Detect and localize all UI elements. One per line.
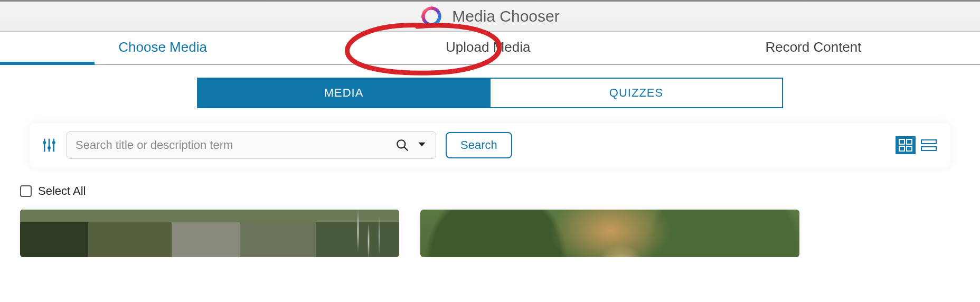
tab-record-content[interactable]: Record Content: [651, 32, 976, 64]
svg-rect-10: [899, 146, 904, 151]
media-card[interactable]: [420, 210, 799, 257]
tab-label: Record Content: [765, 39, 861, 55]
svg-line-7: [404, 147, 408, 150]
search-box: [67, 131, 436, 159]
sub-tab-media[interactable]: MEDIA: [197, 78, 491, 108]
svg-rect-11: [907, 146, 912, 151]
button-label: Search: [460, 138, 497, 152]
svg-point-5: [52, 141, 55, 144]
media-thumbnail: [420, 210, 799, 257]
select-all-checkbox[interactable]: [20, 185, 32, 197]
tab-label: Choose Media: [118, 39, 207, 55]
chevron-down-icon[interactable]: [417, 139, 427, 152]
filter-icon[interactable]: [41, 137, 57, 153]
grid-view-button[interactable]: [896, 136, 916, 154]
search-panel: Search: [30, 123, 950, 167]
media-card[interactable]: [20, 210, 399, 257]
sub-tab-quizzes[interactable]: QUIZZES: [491, 78, 783, 108]
sub-tab-label: QUIZZES: [609, 86, 663, 99]
media-thumbnail: [20, 210, 399, 257]
select-all-row: Select All: [20, 184, 980, 198]
svg-point-4: [48, 146, 51, 149]
svg-rect-13: [921, 147, 936, 150]
tab-upload-media[interactable]: Upload Media: [325, 32, 651, 64]
search-icon[interactable]: [395, 138, 409, 152]
svg-rect-8: [899, 139, 904, 144]
svg-point-3: [43, 141, 46, 144]
svg-rect-9: [907, 139, 912, 144]
view-toggle: [896, 136, 939, 154]
sub-tab-label: MEDIA: [324, 86, 364, 99]
app-logo-icon: [420, 5, 442, 27]
list-view-button[interactable]: [919, 136, 939, 154]
svg-rect-12: [921, 140, 936, 144]
tab-label: Upload Media: [446, 39, 530, 55]
app-title: Media Chooser: [452, 7, 559, 25]
media-grid: [20, 210, 960, 257]
header-bar: Media Chooser: [0, 0, 980, 32]
select-all-label: Select All: [38, 184, 86, 198]
tab-choose-media[interactable]: Choose Media: [0, 32, 325, 64]
search-button[interactable]: Search: [446, 132, 512, 158]
primary-nav: Choose Media Upload Media Record Content: [0, 32, 980, 65]
search-input[interactable]: [76, 138, 395, 152]
sub-tabs: MEDIA QUIZZES: [197, 78, 783, 108]
